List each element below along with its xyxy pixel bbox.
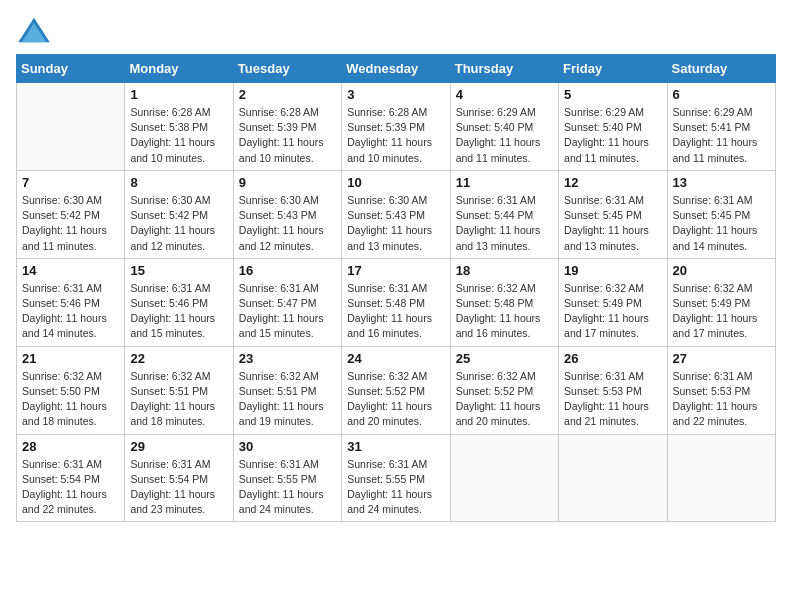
calendar-cell: 13Sunrise: 6:31 AM Sunset: 5:45 PM Dayli… <box>667 170 775 258</box>
day-info: Sunrise: 6:32 AM Sunset: 5:51 PM Dayligh… <box>239 369 336 430</box>
logo <box>16 16 56 44</box>
calendar-cell: 24Sunrise: 6:32 AM Sunset: 5:52 PM Dayli… <box>342 346 450 434</box>
day-number: 14 <box>22 263 119 278</box>
day-number: 17 <box>347 263 444 278</box>
day-number: 7 <box>22 175 119 190</box>
calendar-cell: 1Sunrise: 6:28 AM Sunset: 5:38 PM Daylig… <box>125 83 233 171</box>
day-info: Sunrise: 6:32 AM Sunset: 5:51 PM Dayligh… <box>130 369 227 430</box>
day-number: 2 <box>239 87 336 102</box>
calendar-cell: 20Sunrise: 6:32 AM Sunset: 5:49 PM Dayli… <box>667 258 775 346</box>
day-number: 6 <box>673 87 770 102</box>
day-number: 18 <box>456 263 553 278</box>
day-number: 28 <box>22 439 119 454</box>
calendar-cell: 28Sunrise: 6:31 AM Sunset: 5:54 PM Dayli… <box>17 434 125 522</box>
calendar-cell <box>667 434 775 522</box>
calendar-cell: 6Sunrise: 6:29 AM Sunset: 5:41 PM Daylig… <box>667 83 775 171</box>
day-info: Sunrise: 6:32 AM Sunset: 5:49 PM Dayligh… <box>673 281 770 342</box>
day-of-week-header: Sunday <box>17 55 125 83</box>
day-info: Sunrise: 6:28 AM Sunset: 5:39 PM Dayligh… <box>347 105 444 166</box>
day-info: Sunrise: 6:31 AM Sunset: 5:48 PM Dayligh… <box>347 281 444 342</box>
day-number: 12 <box>564 175 661 190</box>
day-number: 25 <box>456 351 553 366</box>
day-info: Sunrise: 6:31 AM Sunset: 5:45 PM Dayligh… <box>564 193 661 254</box>
calendar-cell: 21Sunrise: 6:32 AM Sunset: 5:50 PM Dayli… <box>17 346 125 434</box>
day-number: 5 <box>564 87 661 102</box>
day-info: Sunrise: 6:32 AM Sunset: 5:52 PM Dayligh… <box>456 369 553 430</box>
calendar-cell <box>450 434 558 522</box>
day-info: Sunrise: 6:32 AM Sunset: 5:48 PM Dayligh… <box>456 281 553 342</box>
day-number: 26 <box>564 351 661 366</box>
day-of-week-header: Thursday <box>450 55 558 83</box>
day-number: 20 <box>673 263 770 278</box>
calendar-cell: 11Sunrise: 6:31 AM Sunset: 5:44 PM Dayli… <box>450 170 558 258</box>
day-of-week-header: Saturday <box>667 55 775 83</box>
day-info: Sunrise: 6:31 AM Sunset: 5:54 PM Dayligh… <box>22 457 119 518</box>
calendar-cell: 31Sunrise: 6:31 AM Sunset: 5:55 PM Dayli… <box>342 434 450 522</box>
day-of-week-header: Monday <box>125 55 233 83</box>
calendar-week-row: 21Sunrise: 6:32 AM Sunset: 5:50 PM Dayli… <box>17 346 776 434</box>
day-of-week-header: Wednesday <box>342 55 450 83</box>
day-info: Sunrise: 6:32 AM Sunset: 5:50 PM Dayligh… <box>22 369 119 430</box>
day-info: Sunrise: 6:31 AM Sunset: 5:55 PM Dayligh… <box>239 457 336 518</box>
day-number: 27 <box>673 351 770 366</box>
day-info: Sunrise: 6:30 AM Sunset: 5:43 PM Dayligh… <box>347 193 444 254</box>
day-info: Sunrise: 6:30 AM Sunset: 5:42 PM Dayligh… <box>22 193 119 254</box>
day-number: 1 <box>130 87 227 102</box>
day-of-week-header: Tuesday <box>233 55 341 83</box>
day-number: 16 <box>239 263 336 278</box>
day-info: Sunrise: 6:30 AM Sunset: 5:42 PM Dayligh… <box>130 193 227 254</box>
day-info: Sunrise: 6:31 AM Sunset: 5:44 PM Dayligh… <box>456 193 553 254</box>
calendar-cell: 26Sunrise: 6:31 AM Sunset: 5:53 PM Dayli… <box>559 346 667 434</box>
day-number: 10 <box>347 175 444 190</box>
day-number: 11 <box>456 175 553 190</box>
day-info: Sunrise: 6:29 AM Sunset: 5:40 PM Dayligh… <box>456 105 553 166</box>
calendar-cell: 5Sunrise: 6:29 AM Sunset: 5:40 PM Daylig… <box>559 83 667 171</box>
calendar-cell: 19Sunrise: 6:32 AM Sunset: 5:49 PM Dayli… <box>559 258 667 346</box>
day-info: Sunrise: 6:31 AM Sunset: 5:47 PM Dayligh… <box>239 281 336 342</box>
day-info: Sunrise: 6:31 AM Sunset: 5:46 PM Dayligh… <box>130 281 227 342</box>
day-number: 8 <box>130 175 227 190</box>
day-info: Sunrise: 6:31 AM Sunset: 5:46 PM Dayligh… <box>22 281 119 342</box>
calendar-cell: 7Sunrise: 6:30 AM Sunset: 5:42 PM Daylig… <box>17 170 125 258</box>
calendar-week-row: 1Sunrise: 6:28 AM Sunset: 5:38 PM Daylig… <box>17 83 776 171</box>
day-number: 23 <box>239 351 336 366</box>
calendar-cell: 4Sunrise: 6:29 AM Sunset: 5:40 PM Daylig… <box>450 83 558 171</box>
calendar-cell: 10Sunrise: 6:30 AM Sunset: 5:43 PM Dayli… <box>342 170 450 258</box>
day-number: 22 <box>130 351 227 366</box>
day-number: 9 <box>239 175 336 190</box>
day-info: Sunrise: 6:31 AM Sunset: 5:55 PM Dayligh… <box>347 457 444 518</box>
day-number: 30 <box>239 439 336 454</box>
calendar-cell: 29Sunrise: 6:31 AM Sunset: 5:54 PM Dayli… <box>125 434 233 522</box>
calendar-cell: 8Sunrise: 6:30 AM Sunset: 5:42 PM Daylig… <box>125 170 233 258</box>
calendar-week-row: 28Sunrise: 6:31 AM Sunset: 5:54 PM Dayli… <box>17 434 776 522</box>
day-info: Sunrise: 6:31 AM Sunset: 5:54 PM Dayligh… <box>130 457 227 518</box>
calendar-week-row: 14Sunrise: 6:31 AM Sunset: 5:46 PM Dayli… <box>17 258 776 346</box>
day-info: Sunrise: 6:30 AM Sunset: 5:43 PM Dayligh… <box>239 193 336 254</box>
day-number: 3 <box>347 87 444 102</box>
day-info: Sunrise: 6:31 AM Sunset: 5:53 PM Dayligh… <box>673 369 770 430</box>
calendar-cell: 25Sunrise: 6:32 AM Sunset: 5:52 PM Dayli… <box>450 346 558 434</box>
logo-icon <box>16 16 52 44</box>
calendar-cell: 16Sunrise: 6:31 AM Sunset: 5:47 PM Dayli… <box>233 258 341 346</box>
day-info: Sunrise: 6:29 AM Sunset: 5:40 PM Dayligh… <box>564 105 661 166</box>
day-of-week-header: Friday <box>559 55 667 83</box>
calendar-cell: 9Sunrise: 6:30 AM Sunset: 5:43 PM Daylig… <box>233 170 341 258</box>
calendar-cell <box>17 83 125 171</box>
calendar-cell: 30Sunrise: 6:31 AM Sunset: 5:55 PM Dayli… <box>233 434 341 522</box>
day-number: 29 <box>130 439 227 454</box>
day-number: 21 <box>22 351 119 366</box>
page-header <box>16 16 776 44</box>
day-info: Sunrise: 6:31 AM Sunset: 5:53 PM Dayligh… <box>564 369 661 430</box>
day-number: 4 <box>456 87 553 102</box>
calendar-cell: 23Sunrise: 6:32 AM Sunset: 5:51 PM Dayli… <box>233 346 341 434</box>
calendar-cell <box>559 434 667 522</box>
day-number: 19 <box>564 263 661 278</box>
calendar-cell: 12Sunrise: 6:31 AM Sunset: 5:45 PM Dayli… <box>559 170 667 258</box>
calendar-cell: 14Sunrise: 6:31 AM Sunset: 5:46 PM Dayli… <box>17 258 125 346</box>
calendar-header-row: SundayMondayTuesdayWednesdayThursdayFrid… <box>17 55 776 83</box>
day-info: Sunrise: 6:29 AM Sunset: 5:41 PM Dayligh… <box>673 105 770 166</box>
day-info: Sunrise: 6:32 AM Sunset: 5:49 PM Dayligh… <box>564 281 661 342</box>
calendar-week-row: 7Sunrise: 6:30 AM Sunset: 5:42 PM Daylig… <box>17 170 776 258</box>
calendar-table: SundayMondayTuesdayWednesdayThursdayFrid… <box>16 54 776 522</box>
day-info: Sunrise: 6:28 AM Sunset: 5:39 PM Dayligh… <box>239 105 336 166</box>
